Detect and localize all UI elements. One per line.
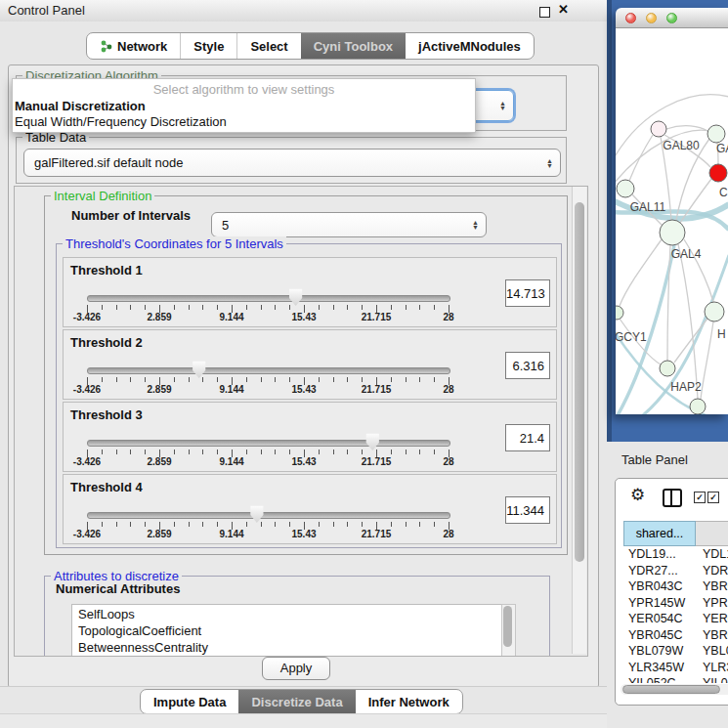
tab-style[interactable]: Style (180, 33, 236, 59)
attribute-item[interactable]: BetweennessCentrality (72, 638, 502, 655)
tick-mark (347, 450, 348, 454)
screenshot-root: Control Panel ✕ NetworkStyleSelectCyni T… (0, 0, 728, 728)
attributes-list-scrollbar[interactable] (501, 604, 516, 657)
apply-button[interactable]: Apply (262, 657, 330, 680)
attribute-item[interactable]: TopologicalCoefficient (72, 621, 502, 638)
network-node-gcy1[interactable] (616, 306, 623, 320)
network-node-gal80[interactable] (651, 121, 666, 137)
slider-thumb[interactable] (192, 361, 206, 378)
threshold-panel-1: Threshold 1-3.4262.8599.14415.4321.71528… (63, 257, 557, 327)
threshold-value-field[interactable]: 11.344 (505, 496, 550, 524)
split-columns-icon[interactable] (663, 489, 682, 507)
zoom-traffic-light[interactable] (666, 13, 677, 23)
tick-mark (333, 522, 334, 527)
close-icon[interactable]: ✕ (558, 2, 569, 17)
tick-mark (406, 377, 407, 382)
table-horizontal-scrollbar[interactable] (621, 684, 728, 695)
number-of-intervals-dropdown[interactable]: 5 ▲▼ (211, 212, 487, 237)
slider-thumb[interactable] (249, 505, 264, 523)
table-row[interactable]: YLR345WYLR3 (623, 660, 728, 676)
network-node-c[interactable] (709, 164, 727, 182)
network-node-ga[interactable] (707, 125, 725, 143)
minimize-traffic-light[interactable] (646, 13, 657, 23)
network-node-gal11[interactable] (617, 180, 634, 197)
cell-shared-name: YBR045C (623, 628, 696, 642)
tick-mark (419, 522, 420, 527)
tick-label: 2.859 (147, 529, 171, 539)
table-row[interactable]: YBR043CYBR0 (623, 578, 728, 595)
slider-thumb[interactable] (365, 433, 380, 450)
node-label-hap2: HAP2 (670, 380, 702, 394)
tab-impute-data[interactable]: Impute Data (141, 690, 238, 713)
table-row[interactable]: YPR145WYPR1 (623, 595, 728, 612)
interval-definition-title: Interval Definition (51, 189, 154, 203)
table-panel-title: Table Panel (621, 452, 688, 467)
network-window: GAL80GACGAL11GAL4GCY1HHAP2 (616, 8, 728, 414)
cell-shared-name: YER054C (623, 612, 696, 625)
table-row[interactable]: YIL052CYIL0 (623, 675, 728, 683)
slider-track[interactable] (87, 512, 450, 519)
column-header-shared-name[interactable]: shared... (623, 521, 696, 546)
close-traffic-light[interactable] (625, 13, 636, 23)
tick-mark (202, 522, 203, 527)
tick-mark (289, 377, 290, 382)
table-row[interactable]: YER054CYER0 (623, 611, 728, 627)
tab-label: Select (250, 39, 287, 54)
scrollbar-thumb[interactable] (575, 202, 584, 562)
network-window-titlebar[interactable] (616, 8, 728, 28)
table-row[interactable]: YDR27...YDR2 (623, 563, 728, 579)
scrollbar-thumb[interactable] (503, 606, 512, 647)
cell-shared-name: YDL19... (623, 547, 696, 561)
network-node-hap2[interactable] (660, 361, 675, 376)
threshold-value-field[interactable]: 6.316 (505, 352, 550, 379)
tab-infer-network[interactable]: Infer Network (356, 690, 462, 713)
control-panel-title: Control Panel (8, 3, 85, 18)
table-row[interactable]: YDL19...YDL1 (623, 546, 728, 563)
network-node-h[interactable] (705, 302, 724, 321)
checkbox-icon[interactable]: ✓ (694, 492, 706, 503)
slider-track[interactable] (87, 440, 450, 447)
bottom-filler (0, 713, 607, 728)
network-edge (629, 135, 653, 181)
gear-icon[interactable]: ⚙ (630, 485, 645, 505)
tick-label: 15.43 (291, 529, 316, 539)
cell-name: YBL0 (696, 644, 728, 658)
table-data-dropdown[interactable]: galFiltered.sif default node ▲▼ (23, 149, 561, 177)
tab-cyni-toolbox[interactable]: Cyni Toolbox (301, 33, 406, 59)
scrollbar-thumb[interactable] (622, 685, 720, 694)
slider-track[interactable] (87, 367, 450, 374)
tab-label: Cyni Toolbox (314, 39, 393, 54)
tick-mark (434, 377, 435, 382)
tab-select[interactable]: Select (236, 33, 300, 59)
tick-mark (434, 522, 435, 527)
threshold-value-field[interactable]: 14.713 (505, 279, 550, 307)
column-header-name[interactable]: n... (696, 521, 728, 546)
network-node-gal4[interactable] (660, 220, 685, 245)
attribute-item[interactable]: SelfLoops (72, 605, 502, 621)
stepper-arrows-icon: ▲▼ (546, 158, 553, 168)
settings-vertical-scrollbar[interactable] (572, 187, 586, 654)
tick-mark (275, 450, 276, 454)
tick-label: 9.144 (219, 456, 243, 467)
thresholds-box: Threshold's Coordinates for 5 Intervals … (56, 243, 562, 548)
tick-mark (419, 377, 420, 382)
slider-thumb[interactable] (288, 288, 303, 306)
numerical-attributes-list[interactable]: SelfLoopsTopologicalCoefficientBetweenne… (71, 604, 503, 657)
tab-network[interactable]: Network (87, 33, 180, 59)
float-window-icon[interactable] (539, 7, 550, 18)
dropdown-option-equal-width[interactable]: Equal Width/Frequency Discretization (13, 114, 475, 130)
tab-discretize-data[interactable]: Discretize Data (238, 690, 355, 713)
threshold-panel-2: Threshold 2-3.4262.8599.14415.4321.71528… (63, 329, 557, 400)
table-panel-body: ⚙ ✓ ✓ shared... n... YDL19...YDL1YDR27..… (615, 478, 728, 706)
tick-mark (362, 450, 363, 454)
tab-jactivemnodules[interactable]: jActiveMNodules (406, 33, 534, 59)
network-canvas[interactable]: GAL80GACGAL11GAL4GCY1HHAP2 (616, 28, 728, 414)
network-node[interactable] (690, 399, 706, 414)
dropdown-prompt-item[interactable]: Select algorithm to view settings (13, 79, 475, 99)
table-row[interactable]: YBR045CYBR0 (623, 627, 728, 644)
dropdown-option-manual[interactable]: Manual Discretization (13, 99, 475, 114)
slider-track[interactable] (87, 295, 450, 302)
threshold-value-field[interactable]: 21.4 (505, 424, 550, 451)
table-row[interactable]: YBL079WYBL0 (623, 643, 728, 660)
checkbox-icon[interactable]: ✓ (707, 492, 719, 503)
